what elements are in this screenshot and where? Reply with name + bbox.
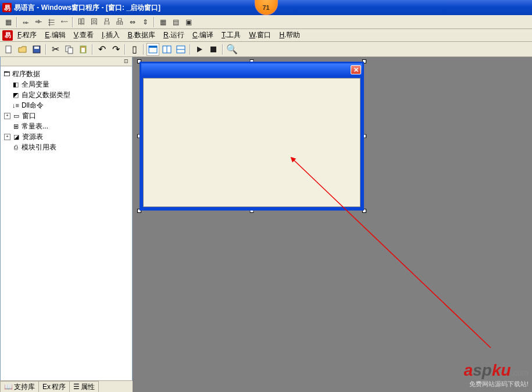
pin-icon[interactable]: ⊡ xyxy=(124,58,131,65)
menu-run[interactable]: R.运行 xyxy=(160,29,188,41)
form-selection[interactable]: ✕ xyxy=(140,62,364,211)
separator xyxy=(92,44,93,55)
project-tree-panel: ⊡ 🗔程序数据 ◧全局变量 ◩自定义数据类型 ↓≡Dll命令 +▭窗口 ⊞常量表… xyxy=(0,57,133,392)
cut-icon[interactable]: ✂ xyxy=(49,43,62,56)
svg-rect-6 xyxy=(81,48,85,52)
const-icon: ⊞ xyxy=(11,122,20,130)
window-icon: ▭ xyxy=(12,112,21,120)
tree-bottom-tabs: 📖支持库 Ex程序 ☰属性 xyxy=(0,380,133,392)
tab-props[interactable]: ☰属性 xyxy=(69,381,99,392)
tree-node-dll[interactable]: ↓≡Dll命令 xyxy=(2,100,131,111)
menu-insert[interactable]: I.插入 xyxy=(98,29,123,41)
watermark-subtitle: 免费网站源码下载站! xyxy=(464,380,529,389)
view-form-icon[interactable] xyxy=(147,43,159,56)
svg-rect-2 xyxy=(34,47,39,49)
new-icon[interactable] xyxy=(2,43,15,56)
copy-icon[interactable] xyxy=(63,43,76,56)
paste-icon[interactable] xyxy=(77,43,90,56)
snap-icon[interactable]: ▤ xyxy=(170,16,181,28)
grid-icon[interactable]: ▦ xyxy=(157,16,169,28)
svg-rect-4 xyxy=(68,48,73,54)
stop-icon[interactable] xyxy=(207,43,220,56)
design-form-titlebar[interactable]: ✕ xyxy=(141,63,362,76)
align-right-icon[interactable]: ⬲ xyxy=(33,16,44,28)
separator xyxy=(143,44,144,55)
close-icon[interactable]: ✕ xyxy=(351,65,361,74)
equal-h-icon[interactable]: ⇕ xyxy=(140,16,151,28)
redo-icon[interactable]: ↷ xyxy=(109,43,122,56)
module-icon: ⎙ xyxy=(11,143,20,151)
design-form-client[interactable] xyxy=(143,78,360,207)
window-title: 易语言 - Windows窗口程序 - [窗口: _启动窗口] xyxy=(14,3,160,13)
separator xyxy=(72,17,73,27)
dist-h-icon[interactable]: 吅 xyxy=(76,16,87,28)
svg-rect-13 xyxy=(210,47,216,52)
center-h-icon[interactable]: 吕 xyxy=(101,16,113,28)
align-bottom-icon[interactable]: ⬳ xyxy=(58,16,70,28)
align-left-icon[interactable]: ⬰ xyxy=(20,16,31,28)
menu-db[interactable]: B.数据库 xyxy=(124,29,159,41)
tree-node-res[interactable]: +◪资源表 xyxy=(2,131,131,142)
tree-node-mod[interactable]: ⎙模块引用表 xyxy=(2,142,131,152)
tree-root[interactable]: 🗔程序数据 xyxy=(2,69,131,79)
book-icon: 📖 xyxy=(4,383,13,391)
expand-icon[interactable]: + xyxy=(4,113,10,119)
expand-icon[interactable]: + xyxy=(4,134,10,140)
res-icon: ◪ xyxy=(12,133,21,141)
menu-compile[interactable]: C.编译 xyxy=(189,29,217,41)
toolbar-alignment: ▦ ⬰ ⬲ ⬱ ⬳ 吅 回 吕 品 ⇔ ⇕ ▦ ▤ ▣ xyxy=(0,15,532,29)
separator xyxy=(190,44,191,55)
bookmark-icon[interactable]: ▯ xyxy=(128,43,141,56)
run-icon[interactable] xyxy=(193,43,206,56)
form-designer-canvas[interactable]: ✕ xyxy=(133,57,532,392)
separator xyxy=(222,44,223,55)
lock-icon[interactable]: ▣ xyxy=(183,16,194,28)
props-icon: ☰ xyxy=(73,383,80,391)
find-icon[interactable]: 🔍 xyxy=(226,43,238,56)
menu-view[interactable]: V.查看 xyxy=(70,29,97,41)
menu-help[interactable]: H.帮助 xyxy=(276,29,304,41)
svg-rect-0 xyxy=(6,46,11,53)
folder-icon: 🗔 xyxy=(2,70,11,78)
tree-node-types[interactable]: ◩自定义数据类型 xyxy=(2,90,131,100)
center-v-icon[interactable]: 品 xyxy=(114,16,126,28)
menu-window[interactable]: W.窗口 xyxy=(245,29,274,41)
design-form-window[interactable]: ✕ xyxy=(140,62,364,211)
svg-rect-8 xyxy=(149,46,157,48)
toolbar-standard: ✂ ↶ ↷ ▯ 🔍 xyxy=(0,42,532,57)
tab-program[interactable]: Ex程序 xyxy=(38,381,70,392)
view-code-icon[interactable] xyxy=(174,43,187,56)
separator xyxy=(16,17,17,27)
watermark: aspku.com 免费网站源码下载站! xyxy=(464,361,529,389)
app-icon: 易 xyxy=(2,3,12,12)
tree-body[interactable]: 🗔程序数据 ◧全局变量 ◩自定义数据类型 ↓≡Dll命令 +▭窗口 ⊞常量表..… xyxy=(1,66,132,391)
code-icon: Ex xyxy=(42,383,51,391)
e-logo-icon: 易 xyxy=(2,30,13,41)
badge: 71 xyxy=(255,0,278,15)
tree-node-globals[interactable]: ◧全局变量 xyxy=(2,79,131,90)
align-top-icon[interactable]: ⬱ xyxy=(45,16,57,28)
menu-tools[interactable]: T.工具 xyxy=(218,29,244,41)
tree-header: ⊡ xyxy=(1,57,132,66)
type-icon: ◩ xyxy=(11,91,20,99)
menu-file[interactable]: F.程序 xyxy=(14,29,40,41)
window-titlebar: 易 易语言 - Windows窗口程序 - [窗口: _启动窗口] 71 xyxy=(0,0,532,15)
main-area: ⊡ 🗔程序数据 ◧全局变量 ◩自定义数据类型 ↓≡Dll命令 +▭窗口 ⊞常量表… xyxy=(0,57,532,392)
menu-bar: 易 F.程序 E.编辑 V.查看 I.插入 B.数据库 R.运行 C.编译 T.… xyxy=(0,29,532,42)
tab-support[interactable]: 📖支持库 xyxy=(0,381,39,392)
tb1-btn-1[interactable]: ▦ xyxy=(2,16,14,28)
open-icon[interactable] xyxy=(16,43,29,56)
save-icon[interactable] xyxy=(30,43,43,56)
tree-node-const[interactable]: ⊞常量表... xyxy=(2,121,131,131)
tree-node-windows[interactable]: +▭窗口 xyxy=(2,111,131,121)
watermark-brand: aspku.com xyxy=(464,361,529,380)
equal-w-icon[interactable]: ⇔ xyxy=(127,16,138,28)
separator xyxy=(153,17,155,27)
dll-icon: ↓≡ xyxy=(11,101,20,109)
undo-icon[interactable]: ↶ xyxy=(95,43,108,56)
var-icon: ◧ xyxy=(11,80,20,88)
view-split-icon[interactable] xyxy=(160,43,173,56)
menu-edit[interactable]: E.编辑 xyxy=(41,29,69,41)
separator xyxy=(45,44,47,55)
dist-v-icon[interactable]: 回 xyxy=(88,16,100,28)
